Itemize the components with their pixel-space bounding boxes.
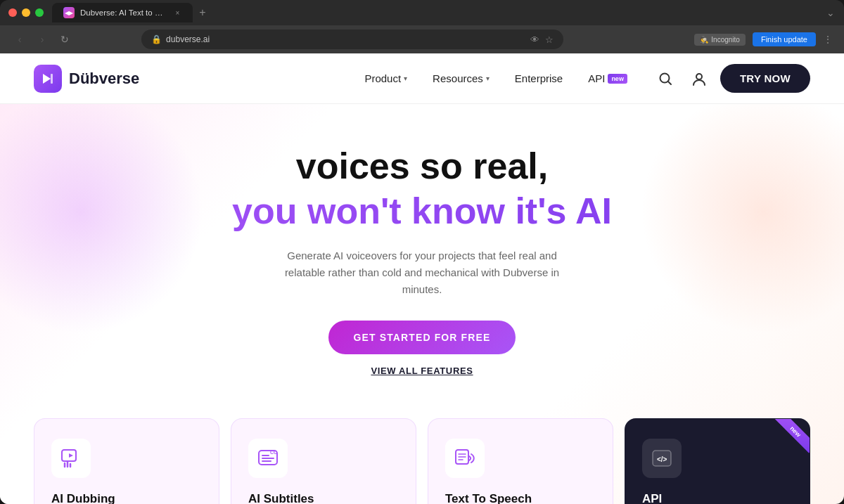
nav-api-label: API xyxy=(588,72,605,84)
refresh-button[interactable]: ↻ xyxy=(56,31,73,48)
hero-subtitle: Generate AI voiceovers for your projects… xyxy=(274,247,570,298)
api-new-badge: new xyxy=(608,74,627,84)
search-icon xyxy=(658,72,672,86)
svg-line-3 xyxy=(668,82,671,84)
maximize-window-button[interactable] xyxy=(35,8,44,17)
site-navigation: Dübverse Product ▾ Resources ▾ Enterpris… xyxy=(0,53,844,104)
api-svg: </> xyxy=(651,447,673,470)
logo-text: Dübverse xyxy=(69,70,139,88)
collapse-icon[interactable]: ⌄ xyxy=(826,8,836,18)
tab-title: Dubverse: AI Text to Speech... xyxy=(80,8,168,17)
svg-marker-0 xyxy=(43,74,51,84)
nav-product-chevron: ▾ xyxy=(404,75,407,82)
new-ribbon-container: new xyxy=(767,419,810,461)
ai-dubbing-title: AI Dubbing xyxy=(51,492,202,504)
feature-card-api[interactable]: new </> API Get full control over voices… xyxy=(625,418,810,504)
nav-item-resources[interactable]: Resources ▾ xyxy=(421,67,501,90)
star-icon[interactable]: ☆ xyxy=(545,34,554,45)
incognito-badge: 🕵 Incognito xyxy=(694,34,746,46)
ai-subtitles-title: AI Subtitles xyxy=(248,492,399,504)
tts-svg xyxy=(454,447,476,470)
nav-resources-chevron: ▾ xyxy=(486,75,490,82)
tab-close-button[interactable]: × xyxy=(174,8,181,18)
new-tab-button[interactable]: + xyxy=(193,3,212,22)
nav-enterprise-label: Enterprise xyxy=(515,72,563,84)
eye-off-icon: 👁 xyxy=(530,34,539,45)
titlebar: ◀▶ Dubverse: AI Text to Speech... × + ⌄ xyxy=(0,0,844,25)
try-now-button[interactable]: TRY NOW xyxy=(720,64,810,93)
new-ribbon: new xyxy=(774,419,810,453)
address-icons: 👁 ☆ xyxy=(530,34,554,45)
user-account-button[interactable] xyxy=(686,66,712,91)
browser-window: ◀▶ Dubverse: AI Text to Speech... × + ⌄ … xyxy=(0,0,844,504)
browser-actions: 🕵 Incognito Finish update ⋮ xyxy=(694,32,833,46)
view-features-link[interactable]: VIEW ALL FEATURES xyxy=(34,366,810,376)
svg-point-4 xyxy=(696,74,702,79)
get-started-button[interactable]: GET STARTED FOR FREE xyxy=(328,321,516,354)
hero-title-line2: you won't know it's AI xyxy=(34,189,810,233)
nav-links: Product ▾ Resources ▾ Enterprise API new xyxy=(353,67,638,90)
api-icon: </> xyxy=(642,439,682,478)
ai-subtitles-svg: CC xyxy=(257,447,279,470)
nav-resources-label: Resources xyxy=(433,72,483,84)
tts-title: Text To Speech xyxy=(445,492,596,504)
hero-title-line1: voices so real, xyxy=(34,146,810,186)
ai-dubbing-svg xyxy=(60,447,82,470)
more-options-button[interactable]: ⋮ xyxy=(823,34,833,45)
nav-item-api[interactable]: API new xyxy=(577,67,639,90)
features-section: AI Dubbing Translate your videos into an… xyxy=(0,404,844,504)
finish-update-button[interactable]: Finish update xyxy=(753,32,816,46)
feature-card-ai-subtitles[interactable]: CC AI Subtitles Auto-generate perfectly-… xyxy=(231,418,416,504)
svg-text:</>: </> xyxy=(657,455,667,463)
hero-section: voices so real, you won't know it's AI G… xyxy=(0,104,844,404)
tts-icon xyxy=(445,439,485,478)
url-text: dubverse.ai xyxy=(166,34,210,44)
nav-item-product[interactable]: Product ▾ xyxy=(353,67,418,90)
incognito-label: Incognito xyxy=(711,36,740,44)
search-button[interactable] xyxy=(653,66,678,91)
logo-icon xyxy=(34,65,62,93)
ai-subtitles-icon: CC xyxy=(248,439,288,478)
active-tab[interactable]: ◀▶ Dubverse: AI Text to Speech... × xyxy=(52,3,193,22)
svg-text:CC: CC xyxy=(270,450,277,455)
traffic-lights xyxy=(8,8,44,17)
ai-dubbing-icon xyxy=(51,439,91,478)
svg-marker-6 xyxy=(69,453,73,458)
feature-card-tts[interactable]: Text To Speech Get realistic AI voiceove… xyxy=(428,418,613,504)
api-feature-title: API xyxy=(642,492,793,504)
feature-card-ai-dubbing[interactable]: AI Dubbing Translate your videos into an… xyxy=(34,418,219,504)
site-logo[interactable]: Dübverse xyxy=(34,65,139,93)
forward-button[interactable]: › xyxy=(34,31,51,48)
website-content: Dübverse Product ▾ Resources ▾ Enterpris… xyxy=(0,53,844,504)
address-bar-field[interactable]: 🔒 dubverse.ai 👁 ☆ xyxy=(141,30,563,49)
incognito-icon: 🕵 xyxy=(700,36,708,44)
tab-favicon: ◀▶ xyxy=(63,7,75,18)
back-button[interactable]: ‹ xyxy=(11,31,28,48)
logo-svg xyxy=(40,71,56,86)
user-icon xyxy=(691,71,707,86)
svg-rect-1 xyxy=(51,74,53,84)
nav-product-label: Product xyxy=(364,72,401,84)
nav-actions: TRY NOW xyxy=(653,64,810,93)
minimize-window-button[interactable] xyxy=(22,8,30,17)
titlebar-right: ⌄ xyxy=(826,8,836,18)
nav-item-enterprise[interactable]: Enterprise xyxy=(504,67,574,90)
addressbar: ‹ › ↻ 🔒 dubverse.ai 👁 ☆ 🕵 Incognito Fini… xyxy=(0,25,844,53)
close-window-button[interactable] xyxy=(8,8,17,17)
